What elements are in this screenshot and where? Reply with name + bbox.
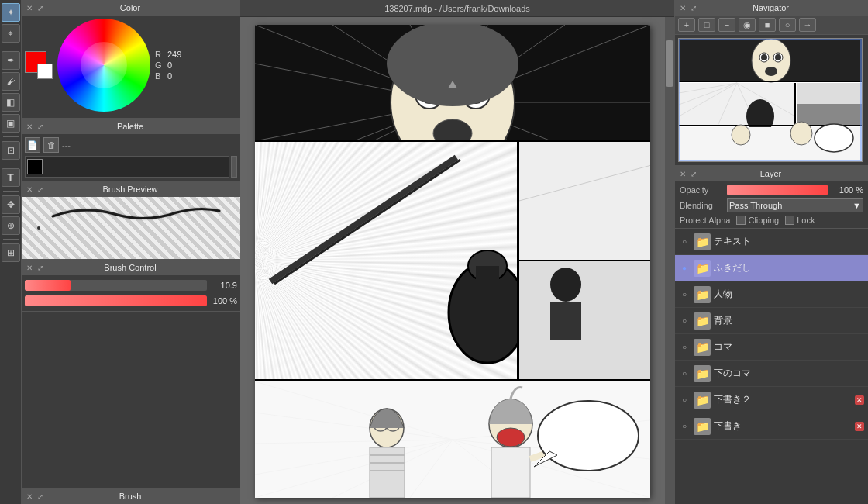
left-panel: ✦ ⌖ ✒ 🖌 ◧ ▣ ⊡ T ✥ ⊕ ⊞ ✕ ⤢ xyxy=(0,0,240,504)
manga-panel-bot xyxy=(255,381,650,498)
brush-control-detach-icon[interactable]: ⤢ xyxy=(37,264,43,272)
layer-close-icon[interactable]: ✕ xyxy=(680,170,686,178)
r-row: R 249 xyxy=(155,50,187,59)
svg-point-23 xyxy=(387,25,518,106)
layer-eye-6[interactable]: ○ xyxy=(678,394,691,406)
nav-eye-btn[interactable]: ◉ xyxy=(739,18,756,32)
blending-dropdown[interactable]: Pass Through ▼ xyxy=(727,198,863,212)
canvas-scrollbar[interactable] xyxy=(665,17,674,504)
palette-black-swatch[interactable] xyxy=(27,159,43,174)
layer-item-2[interactable]: ○📁人物 xyxy=(675,281,868,308)
layer-item-1[interactable]: ●📁ふきだし xyxy=(675,255,868,281)
color-detach-icon[interactable]: ⤢ xyxy=(37,4,43,12)
layer-eye-7[interactable]: ○ xyxy=(678,420,691,433)
palette-swatch-area[interactable] xyxy=(25,156,229,178)
layer-name-6: 下書き２ xyxy=(714,393,851,406)
layer-item-3[interactable]: ○📁背景 xyxy=(675,308,868,334)
layer-item-0[interactable]: ○📁テキスト xyxy=(675,229,868,255)
tool-gradient[interactable]: ▣ xyxy=(2,114,20,133)
b-row: B 0 xyxy=(155,71,187,81)
layer-name-7: 下書き xyxy=(714,419,851,433)
layer-name-5: 下のコマ xyxy=(714,367,865,380)
layer-panel-title: Layer xyxy=(760,169,782,178)
layer-eye-2[interactable]: ○ xyxy=(678,288,691,301)
layer-item-6[interactable]: ○📁下書き２✕ xyxy=(675,387,868,413)
layer-folder-icon-7: 📁 xyxy=(694,418,711,435)
right-panel: ✕ ⤢ Navigator + □ − ◉ ■ ○ → xyxy=(674,0,868,504)
palette-content: 📄 🗑 --- xyxy=(22,134,240,181)
tool-cursor[interactable]: ✦ xyxy=(2,3,20,22)
color-swatches[interactable] xyxy=(25,51,53,79)
tool-text[interactable]: T xyxy=(2,168,20,187)
tool-divider-1 xyxy=(3,47,19,47)
layer-item-4[interactable]: ○📁コマ xyxy=(675,334,868,361)
layer-eye-1[interactable]: ● xyxy=(678,262,691,274)
manga-sub-panel-bot xyxy=(519,261,650,379)
layer-folder-icon-0: 📁 xyxy=(694,233,711,250)
palette-detach-icon[interactable]: ⤢ xyxy=(37,123,43,131)
b-label: B xyxy=(155,71,164,81)
tool-eyedropper[interactable]: ⊕ xyxy=(2,216,20,235)
tool-zoom[interactable]: ⊞ xyxy=(2,243,20,262)
brush-preview-detach-icon[interactable]: ⤢ xyxy=(37,185,43,194)
layer-folder-icon-5: 📁 xyxy=(694,365,711,382)
brush-detach-icon[interactable]: ⤢ xyxy=(37,492,43,501)
nav-square-btn[interactable]: ■ xyxy=(759,18,776,32)
svg-point-57 xyxy=(497,428,525,447)
scroll-thumb[interactable] xyxy=(666,40,673,87)
layer-eye-0[interactable]: ○ xyxy=(678,236,691,248)
tool-pen[interactable]: ✒ xyxy=(2,51,20,70)
navigator-close-icon[interactable]: ✕ xyxy=(680,4,686,12)
palette-scrollbar[interactable] xyxy=(231,156,237,178)
nav-zoom-in-btn[interactable]: + xyxy=(678,18,695,32)
brush-control-close-icon[interactable]: ✕ xyxy=(26,264,33,272)
color-close-icon[interactable]: ✕ xyxy=(26,4,33,12)
manga-mid-svg xyxy=(255,142,517,379)
palette-delete-btn[interactable]: 🗑 xyxy=(43,137,59,153)
layer-name-4: コマ xyxy=(714,340,865,354)
g-value: 0 xyxy=(167,60,187,70)
layer-name-3: 背景 xyxy=(714,314,865,327)
navigator-detach-icon[interactable]: ⤢ xyxy=(691,4,697,12)
layer-eye-4[interactable]: ○ xyxy=(678,341,691,354)
brush-control-section: ✕ ⤢ Brush Control 10.9 xyxy=(22,260,240,312)
layer-folder-icon-4: 📁 xyxy=(694,339,711,356)
layer-opacity-slider[interactable] xyxy=(727,185,828,195)
layer-folder-icon-6: 📁 xyxy=(694,392,711,409)
tool-lasso[interactable]: ⌖ xyxy=(2,24,20,43)
brush-stroke-svg xyxy=(22,197,223,236)
tool-fill[interactable]: ◧ xyxy=(2,93,20,112)
background-color[interactable] xyxy=(37,64,53,79)
layer-blending-label: Blending xyxy=(680,201,722,210)
navigator-left-icons: ✕ ⤢ xyxy=(680,4,697,12)
nav-circle-btn[interactable]: ○ xyxy=(779,18,796,32)
tool-eraser[interactable]: ⊡ xyxy=(2,141,20,160)
clipping-checkbox[interactable] xyxy=(736,216,746,225)
layer-eye-3[interactable]: ○ xyxy=(678,315,691,327)
tool-move[interactable]: ✥ xyxy=(2,195,20,214)
layer-item-7[interactable]: ○📁下書き✕ xyxy=(675,413,868,440)
clipping-checkbox-item[interactable]: Clipping xyxy=(736,216,779,225)
nav-thumb[interactable] xyxy=(678,38,863,162)
brush-preview-close-icon[interactable]: ✕ xyxy=(26,185,33,194)
palette-new-btn[interactable]: 📄 xyxy=(25,137,40,153)
center-canvas: 138207.mdp - /Users/frank/Downloads xyxy=(240,0,674,504)
layer-item-5[interactable]: ○📁下のコマ xyxy=(675,361,868,387)
nav-zoom-out-btn[interactable]: − xyxy=(718,18,735,32)
opacity-slider-track[interactable] xyxy=(25,295,207,306)
layer-detach-icon[interactable]: ⤢ xyxy=(691,170,697,178)
canvas-area[interactable] xyxy=(240,17,665,504)
nav-arrow-btn[interactable]: → xyxy=(799,18,816,32)
nav-fit-btn[interactable]: □ xyxy=(698,18,715,32)
palette-close-icon[interactable]: ✕ xyxy=(26,123,33,131)
color-wheel-container[interactable] xyxy=(57,19,150,112)
size-slider-fill xyxy=(25,280,71,291)
lock-checkbox-item[interactable]: Lock xyxy=(785,216,815,225)
brush-close-icon[interactable]: ✕ xyxy=(26,492,33,501)
opacity-row: Opacity 100 % xyxy=(680,185,863,195)
tool-brush[interactable]: 🖌 xyxy=(2,72,20,91)
layer-eye-5[interactable]: ○ xyxy=(678,368,691,380)
lock-checkbox[interactable] xyxy=(785,216,794,225)
color-panel-header: ✕ ⤢ Color xyxy=(22,0,240,16)
size-slider-track[interactable] xyxy=(25,280,207,291)
